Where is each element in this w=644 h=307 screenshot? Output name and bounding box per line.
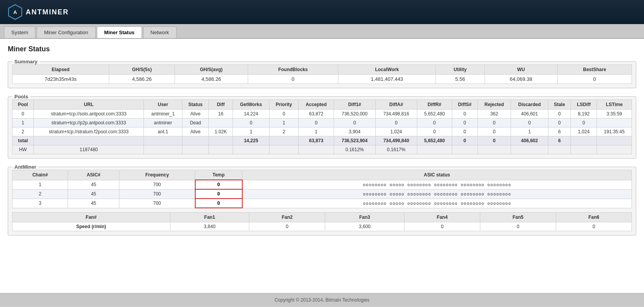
col-temp: Temp — [195, 170, 242, 180]
pool-hw-diff1pct: 0.1612% — [334, 145, 375, 154]
chain-2-chain: 3 — [12, 199, 68, 208]
pool-2-user: ant.1 — [144, 127, 182, 136]
pool-1-lsdiff: 0 — [571, 119, 597, 127]
pool-0-user: antminer_1 — [144, 110, 182, 119]
col-diff1: Diff1# — [334, 100, 375, 110]
pool-2-lsdiff: 1,024 — [571, 127, 597, 136]
chain-row-0: 1 45 700 0 oooooooo ooooo oooooooo ooooo… — [12, 180, 632, 189]
chain-2-freq: 700 — [119, 199, 195, 208]
pool-total-getworks: 14,225 — [233, 136, 270, 145]
col-ghsavg: GH/S(avg) — [175, 65, 248, 75]
col-lsdiff: LSDiff — [571, 100, 597, 110]
val-wu: 64,069.38 — [485, 75, 557, 84]
val-utility: 5.56 — [436, 75, 485, 84]
fan2-speed: 0 — [249, 222, 325, 231]
tab-network[interactable]: Network — [143, 26, 177, 38]
col-fan4: Fan4 — [404, 213, 480, 222]
fan5-speed: 0 — [480, 222, 556, 231]
svg-text:A: A — [13, 9, 17, 15]
pool-0-priority: 0 — [269, 110, 298, 119]
col-diff: Diff — [209, 100, 233, 110]
pool-hw-row: HW 1187480 0.1612% 0.1617% — [12, 145, 632, 154]
pool-0-discarded: 406,601 — [511, 110, 548, 119]
pool-0-pool: 0 — [12, 110, 34, 119]
col-asic: ASIC# — [68, 170, 119, 180]
val-ghs5s: 4,586.26 — [109, 75, 175, 84]
pool-2-getworks: 1 — [233, 127, 270, 136]
chain-2-asic: 45 — [68, 199, 119, 208]
fan6-speed: 0 — [556, 222, 632, 231]
col-diffs: DiffS# — [452, 100, 478, 110]
pool-row-2: 2 stratum+tcp://stratum.f2pool.com:3333 … — [12, 127, 632, 136]
col-lstime: LSTime — [597, 100, 632, 110]
col-asic-status: ASIC status — [242, 170, 632, 180]
main-content: Miner Status Summary Elapsed GH/S(5s) GH… — [0, 39, 644, 293]
pool-hw-label: HW — [12, 145, 34, 154]
pool-0-getworks: 14,224 — [233, 110, 270, 119]
pool-2-diffr: 0 — [417, 127, 452, 136]
pool-2-status: Alive — [182, 127, 209, 136]
fan4-speed: 0 — [404, 222, 480, 231]
chain-2-status: oooooooo ooooo oooooooo oooooooo ooooooo… — [242, 199, 632, 208]
pool-2-pool: 2 — [12, 127, 34, 136]
pools-legend: Pools — [12, 94, 30, 99]
chain-table: Chain# ASIC# Frequency Temp ASIC status … — [12, 170, 632, 208]
col-ghs5s: GH/S(5s) — [109, 65, 175, 75]
chain-1-chain: 2 — [12, 189, 68, 199]
pool-2-rejected: 0 — [478, 127, 511, 136]
pool-total-label: total — [12, 136, 34, 145]
pool-0-status: Alive — [182, 110, 209, 119]
col-accepted: Accepted — [299, 100, 334, 110]
col-fan-hash: Fan# — [12, 213, 170, 222]
tab-system[interactable]: System — [4, 26, 35, 38]
val-localwork: 1,481,407,443 — [338, 75, 436, 84]
pool-2-accepted: 1 — [299, 127, 334, 136]
col-frequency: Frequency — [119, 170, 195, 180]
pool-0-url: stratum+tcp://solo.antpool.com:3333 — [33, 110, 144, 119]
fan-table: Fan# Fan1 Fan2 Fan3 Fan4 Fan5 Fan6 Speed… — [12, 212, 632, 231]
pool-1-diffs: 0 — [452, 119, 478, 127]
page-title: Miner Status — [8, 45, 636, 53]
pool-1-diff1: 0 — [334, 119, 375, 127]
pool-0-diff1: 736,520,000 — [334, 110, 375, 119]
pool-total-discarded: 406,602 — [511, 136, 548, 145]
pool-2-diffa: 1,024 — [375, 127, 417, 136]
tabs-bar: System Miner Configuration Miner Status … — [0, 24, 644, 39]
pool-1-diffr: 0 — [417, 119, 452, 127]
pool-1-priority: 1 — [269, 119, 298, 127]
pool-total-diffa: 734,499,840 — [375, 136, 417, 145]
pool-1-stale: 0 — [548, 119, 570, 127]
tab-miner-status[interactable]: Miner Status — [97, 26, 142, 38]
pool-total-row: total 14,225 63,873 736,523,904 734,499,… — [12, 136, 632, 145]
pool-0-diff: 16 — [209, 110, 233, 119]
pool-0-rejected: 362 — [478, 110, 511, 119]
antminer-logo-icon: A — [8, 4, 23, 20]
pool-0-diffs: 0 — [452, 110, 478, 119]
chain-0-freq: 700 — [119, 180, 195, 189]
summary-legend: Summary — [12, 59, 40, 65]
pool-row-1: 1 stratum+tcp://p2p.antpool.com:3333 ant… — [12, 119, 632, 127]
pool-2-diffs: 0 — [452, 127, 478, 136]
pool-2-stale: 6 — [548, 127, 570, 136]
chain-0-chain: 1 — [12, 180, 68, 189]
col-diffr: DiffR# — [417, 100, 452, 110]
pool-1-status: Dead — [182, 119, 209, 127]
col-stale: Stale — [548, 100, 570, 110]
pool-1-diffa: 0 — [375, 119, 417, 127]
pool-total-diffs: 0 — [452, 136, 478, 145]
col-user: User — [144, 100, 182, 110]
col-elapsed: Elapsed — [12, 65, 109, 75]
tab-miner-configuration[interactable]: Miner Configuration — [37, 26, 95, 38]
pool-0-stale: 0 — [548, 110, 570, 119]
col-diffa: DiffA# — [375, 100, 417, 110]
pool-1-accepted: 0 — [299, 119, 334, 127]
col-foundblocks: FoundBlocks — [248, 65, 338, 75]
pool-1-lstime — [597, 119, 632, 127]
pool-0-accepted: 63,872 — [299, 110, 334, 119]
val-ghsavg: 4,586.26 — [175, 75, 248, 84]
chain-row-1: 2 45 700 0 oooooooo ooooo oooooooo ooooo… — [12, 189, 632, 199]
chain-row-2: 3 45 700 0 oooooooo ooooo oooooooo ooooo… — [12, 199, 632, 208]
summary-table: Elapsed GH/S(5s) GH/S(avg) FoundBlocks L… — [12, 65, 632, 84]
chain-0-temp: 0 — [195, 180, 242, 189]
logo-container: A ANTMINER — [8, 4, 69, 20]
